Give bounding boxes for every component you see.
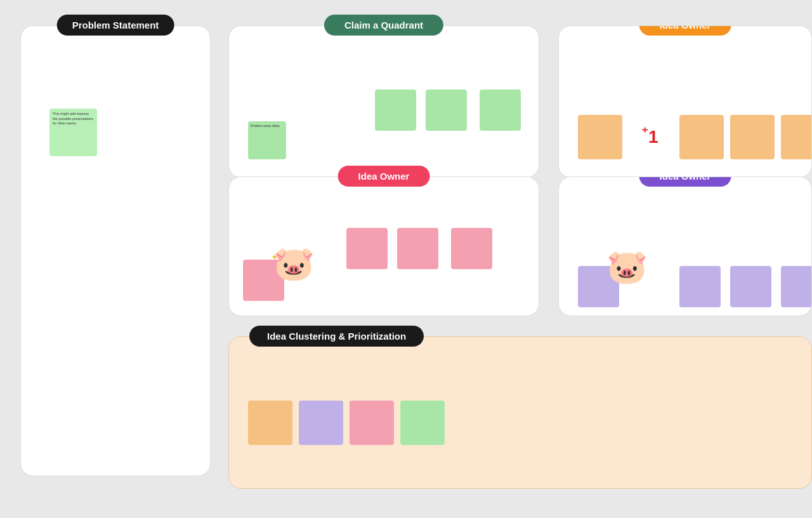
problem-sticky-text: This might add improve the possible pres… (49, 109, 97, 130)
plus-one-prefix-icon: ⁺ (641, 125, 648, 139)
cluster-sticky-purple[interactable] (299, 401, 343, 445)
claim-sticky-2[interactable] (375, 90, 416, 131)
claim-sticky-1[interactable]: Problem areas ideas (248, 121, 286, 159)
cluster-sticky-orange[interactable] (248, 401, 292, 445)
idea-owner-orange-label: Idea Owner (639, 25, 731, 36)
pink-sticky-3[interactable] (397, 228, 438, 269)
cluster-sticky-green[interactable] (400, 401, 445, 445)
purple-sticky-2[interactable] (679, 266, 721, 307)
problem-sticky-note[interactable]: This might add improve the possible pres… (49, 109, 97, 156)
idea-owner-purple-panel: Idea Owner 🐷 (558, 176, 812, 316)
idea-owner-orange-panel: Idea Owner ⁺1 (558, 25, 812, 178)
orange-sticky-4[interactable] (781, 115, 812, 159)
claim-sticky-3[interactable] (426, 90, 467, 131)
plus-one-counter: ⁺1 (641, 124, 658, 147)
claim-quadrant-panel: Claim a Quadrant Problem areas ideas (228, 25, 539, 178)
plus-one-value: 1 (648, 127, 658, 147)
problem-statement-panel: Problem Statement This might add improve… (20, 25, 211, 476)
idea-owner-pink-panel: Idea Owner 🐷 ✦ (228, 176, 539, 316)
claim-sticky-1-text: Problem areas ideas (248, 121, 286, 131)
claim-quadrant-label: Claim a Quadrant (324, 15, 443, 36)
orange-sticky-2[interactable] (679, 115, 724, 159)
clustering-panel: Idea Clustering & Prioritization (228, 336, 812, 489)
purple-sticky-3[interactable] (730, 266, 771, 307)
purple-sticky-4[interactable] (781, 266, 812, 307)
pink-sticky-4[interactable] (451, 228, 492, 269)
pig-cry-illustration: 🐷 (606, 250, 648, 283)
idea-owner-pink-label: Idea Owner (338, 166, 430, 187)
orange-sticky-3[interactable] (730, 115, 775, 159)
orange-sticky-1[interactable] (578, 115, 622, 159)
cluster-sticky-pink[interactable] (350, 401, 394, 445)
sparkle-icon: ✦ (271, 252, 278, 262)
idea-owner-purple-label: Idea Owner (639, 176, 731, 187)
problem-statement-label: Problem Statement (57, 15, 174, 36)
pig-wink-illustration: 🐷 (273, 247, 315, 280)
pink-sticky-2[interactable] (346, 228, 388, 269)
clustering-label: Idea Clustering & Prioritization (249, 326, 424, 347)
claim-sticky-4[interactable] (480, 90, 521, 131)
